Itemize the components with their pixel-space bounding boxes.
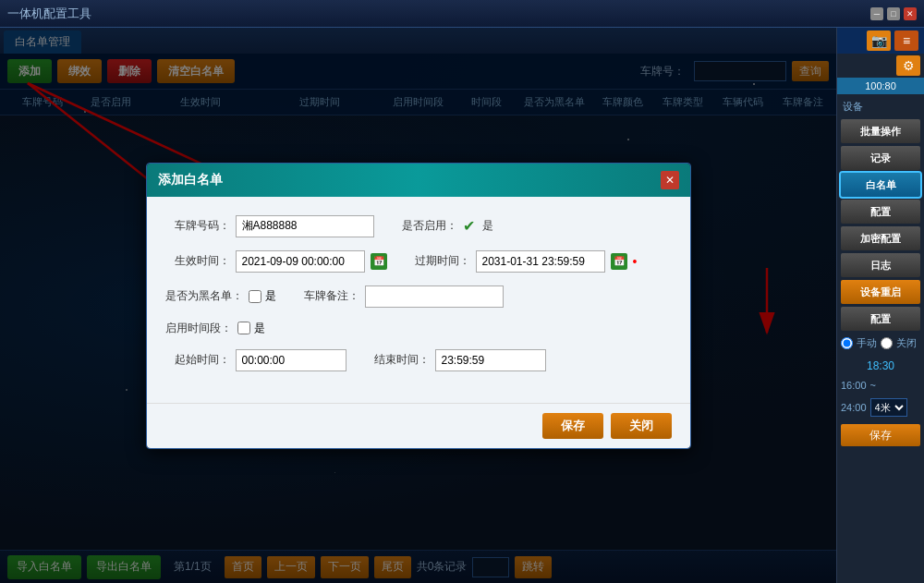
right-sidebar: 📷 ≡ ⚙ 100:80 设备 批量操作 记录 白名单 配置 加密配置 日志 设… — [836, 28, 924, 583]
time-display-row: 18:30 — [837, 359, 924, 372]
sidebar-top: 📷 ≡ — [837, 28, 924, 54]
blacklist-group: 是否为黑名单： 是 — [165, 288, 276, 304]
time-usage-label: 启用时间段： — [165, 321, 232, 336]
modal-overlay: 添加白名单 ✕ 车牌号码： 是否启用： ✔ — [0, 28, 836, 583]
blacklist-checkbox-group: 是 — [249, 288, 276, 304]
blacklist-checkbox[interactable] — [249, 290, 261, 303]
effective-group: 生效时间： 📅 — [165, 250, 387, 273]
form-row-4: 启用时间段： 是 — [165, 321, 672, 336]
expiry-label: 过期时间： — [406, 253, 470, 269]
effective-label: 生效时间： — [165, 253, 230, 269]
camera-icon-button[interactable]: 📷 — [867, 30, 891, 51]
expiry-input[interactable] — [476, 250, 605, 273]
remark-group: 车牌备注： — [295, 285, 504, 308]
expiry-calendar-button[interactable]: 📅 — [611, 253, 627, 270]
effective-calendar-button[interactable]: 📅 — [371, 253, 387, 270]
modal-header: 添加白名单 ✕ — [147, 164, 690, 197]
save-button[interactable]: 保存 — [542, 413, 603, 439]
time-range-separator: ~ — [870, 380, 876, 391]
time-unit-row: 24:00 4米 — [841, 398, 920, 417]
manual-radio-label: 手动 — [857, 336, 877, 350]
modal-title: 添加白名单 — [158, 172, 661, 188]
off-radio-label: 关闭 — [896, 336, 917, 350]
modal-footer: 保存 关闭 — [147, 403, 690, 448]
restart-button[interactable]: 设备重启 — [841, 280, 920, 304]
sidebar-save-button[interactable]: 保存 — [841, 424, 920, 446]
gear-icon-button[interactable]: ⚙ — [896, 55, 920, 76]
time-usage-text: 是 — [254, 321, 265, 336]
form-row-5: 起始时间： 结束时间： — [165, 349, 672, 371]
time-usage-group: 启用时间段： 是 — [165, 321, 265, 336]
enabled-group: 是否启用： ✔ 是 — [393, 217, 493, 235]
blacklist-text: 是 — [265, 288, 276, 304]
blacklist-label: 是否为黑名单： — [165, 288, 243, 304]
form-row-1: 车牌号码： 是否启用： ✔ 是 — [165, 215, 672, 237]
modal-body: 车牌号码： 是否启用： ✔ 是 — [147, 197, 690, 403]
required-indicator: • — [633, 254, 638, 269]
start-time-group: 起始时间： — [165, 349, 346, 371]
app-title: 一体机配置工具 — [7, 6, 870, 22]
minimize-button[interactable]: ─ — [870, 7, 883, 20]
manual-radio[interactable] — [841, 337, 853, 349]
modal-close-x-button[interactable]: ✕ — [661, 171, 679, 189]
record-button[interactable]: 记录 — [841, 146, 920, 170]
unit-select[interactable]: 4米 — [870, 398, 907, 417]
enabled-area: ✔ 是 — [463, 217, 493, 235]
time-to-label: 24:00 — [841, 402, 867, 413]
time-usage-checkbox-group: 是 — [237, 321, 265, 336]
more-config-button[interactable]: 配置 — [841, 307, 920, 331]
remark-label: 车牌备注： — [295, 288, 359, 304]
effective-input[interactable] — [236, 250, 365, 273]
plate-label: 车牌号码： — [165, 218, 230, 234]
end-time-input[interactable] — [435, 349, 546, 371]
time-display: 18:30 — [867, 359, 894, 372]
content-area: 白名单管理 添加 绑效 删除 清空白名单 车牌号： 查询 车牌号码 是否启用 生… — [0, 28, 836, 583]
window-controls: ─ □ ✕ — [870, 7, 917, 20]
add-config-button[interactable]: 加密配置 — [841, 226, 920, 250]
expiry-group: 过期时间： 📅 • — [406, 250, 638, 273]
whitelist-button[interactable]: 白名单 — [841, 173, 920, 197]
log-button[interactable]: 日志 — [841, 253, 920, 277]
start-time-label: 起始时间： — [165, 352, 230, 368]
batch-ops-button[interactable]: 批量操作 — [841, 119, 920, 143]
maximize-button[interactable]: □ — [887, 7, 900, 20]
title-bar: 一体机配置工具 ─ □ ✕ — [0, 0, 924, 28]
modal-close-button[interactable]: 关闭 — [611, 413, 672, 439]
end-time-group: 结束时间： — [365, 349, 546, 371]
plate-input[interactable] — [236, 215, 374, 237]
plate-group: 车牌号码： — [165, 215, 374, 237]
start-time-input[interactable] — [236, 349, 346, 371]
time-usage-checkbox[interactable] — [237, 322, 250, 334]
settings-icon-button[interactable]: ≡ — [894, 30, 918, 51]
ip-port-bar: 100:80 — [837, 78, 924, 94]
device-config-button[interactable]: 配置 — [841, 200, 920, 224]
close-button[interactable]: ✕ — [904, 7, 917, 20]
time-range-row: 16:00 ~ — [841, 380, 920, 391]
device-label: 设备 — [837, 98, 924, 115]
time-from-label: 16:00 — [841, 380, 867, 391]
form-row-2: 生效时间： 📅 过期时间： 📅 • — [165, 250, 672, 273]
radio-group: 手动 关闭 — [841, 336, 920, 350]
sidebar-buttons: 批量操作 记录 白名单 配置 加密配置 日志 设备重启 配置 — [837, 119, 924, 331]
main-layout: 白名单管理 添加 绑效 删除 清空白名单 车牌号： 查询 车牌号码 是否启用 生… — [0, 28, 924, 583]
check-icon: ✔ — [463, 217, 475, 235]
enabled-label: 是否启用： — [393, 218, 457, 234]
end-time-label: 结束时间： — [365, 352, 430, 368]
off-radio[interactable] — [881, 337, 893, 349]
remark-input[interactable] — [365, 285, 504, 308]
form-row-3: 是否为黑名单： 是 车牌备注： — [165, 285, 672, 308]
modal-dialog: 添加白名单 ✕ 车牌号码： 是否启用： ✔ — [146, 163, 691, 449]
enabled-text: 是 — [482, 218, 493, 234]
